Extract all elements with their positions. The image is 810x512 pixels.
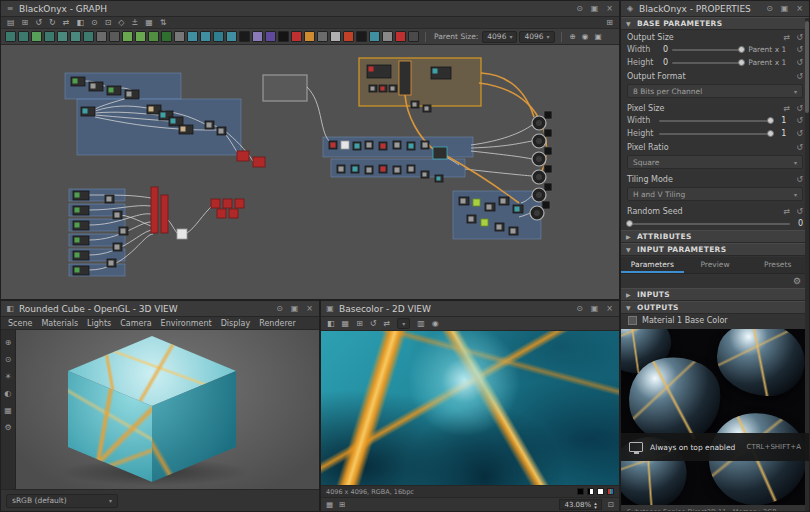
light-icon[interactable]: ☀ xyxy=(4,372,11,381)
graph-node[interactable] xyxy=(151,187,158,233)
parent-size-width-dropdown[interactable]: 4096▾ xyxy=(482,31,517,43)
section-inputs[interactable]: ▶ INPUTS xyxy=(621,288,809,301)
node-type-icon[interactable] xyxy=(70,31,81,42)
info-icon[interactable]: ◉ xyxy=(432,319,439,328)
node-type-icon[interactable] xyxy=(278,31,289,42)
node-type-icon[interactable] xyxy=(343,31,354,42)
compare-icon[interactable]: ⇄ xyxy=(384,319,391,328)
graph-node[interactable] xyxy=(161,195,168,233)
graph-node[interactable] xyxy=(223,199,232,208)
section-attributes[interactable]: ▶ ATTRIBUTES xyxy=(621,230,809,243)
close-icon[interactable]: × xyxy=(604,4,615,13)
reset-icon[interactable]: ↺ xyxy=(796,129,803,138)
grid-icon[interactable]: ⊞ xyxy=(356,319,363,328)
close-icon[interactable]: × xyxy=(794,4,805,13)
viewport-3d[interactable] xyxy=(16,330,319,489)
node-type-icon[interactable] xyxy=(304,31,315,42)
output-node-badge[interactable] xyxy=(542,201,550,209)
float-icon[interactable]: ▣ xyxy=(289,304,300,313)
node-type-icon[interactable] xyxy=(395,31,406,42)
menu-materials[interactable]: Materials xyxy=(41,319,78,328)
link-icon[interactable]: ⇄ xyxy=(784,104,791,113)
tiling-icon[interactable]: ▦ xyxy=(342,319,350,328)
menu-display[interactable]: Display xyxy=(221,319,251,328)
graph-node[interactable] xyxy=(473,199,480,206)
new-node-icon[interactable]: ⊞ xyxy=(22,18,29,27)
graph-node[interactable] xyxy=(237,151,249,161)
frame-node[interactable] xyxy=(263,75,307,101)
menu-renderer[interactable]: Renderer xyxy=(259,319,296,328)
reset-icon[interactable]: ↺ xyxy=(796,45,803,54)
camera-icon[interactable]: ⊕ xyxy=(5,338,12,347)
slider-knob[interactable] xyxy=(626,220,633,227)
shape-icon[interactable]: ◇ xyxy=(118,18,124,27)
math-icon[interactable]: ± xyxy=(132,18,139,27)
reset-view-icon[interactable]: ↺ xyxy=(370,319,377,328)
zoom-spinner-icon[interactable]: ▴▾ xyxy=(594,501,597,509)
grid-icon[interactable]: ▦ xyxy=(145,18,153,27)
node-type-icon[interactable] xyxy=(408,31,419,42)
output-node-badge[interactable] xyxy=(544,183,552,191)
slider-knob[interactable] xyxy=(738,46,745,53)
link-mode-icon[interactable]: ⊕ xyxy=(570,32,576,41)
fit-view-icon[interactable]: ⊡ xyxy=(608,500,614,509)
shading-icon[interactable]: ◐ xyxy=(5,389,12,398)
node-type-icon[interactable] xyxy=(31,31,42,42)
node-type-icon[interactable] xyxy=(96,31,107,42)
graph-node[interactable] xyxy=(235,199,244,208)
wireframe-icon[interactable]: ▦ xyxy=(4,406,12,415)
graph-node[interactable] xyxy=(211,199,220,208)
random-seed-value[interactable]: 0 xyxy=(794,219,803,228)
node-type-icon[interactable] xyxy=(174,31,185,42)
pixel-ratio-dropdown[interactable]: Square▾ xyxy=(627,155,803,169)
menu-lights[interactable]: Lights xyxy=(87,319,111,328)
save-icon[interactable]: ◧ xyxy=(327,319,335,328)
float-icon[interactable]: ▣ xyxy=(779,4,790,13)
pixel-width-value[interactable]: 1 xyxy=(777,116,786,125)
docs-icon[interactable]: ▤ xyxy=(7,18,15,27)
node-type-icon[interactable] xyxy=(5,31,16,42)
node-type-icon[interactable] xyxy=(369,31,380,42)
redo-icon[interactable]: ↻ xyxy=(49,18,56,27)
node-type-icon[interactable] xyxy=(83,31,94,42)
output-width-slider[interactable] xyxy=(672,49,744,51)
reset-icon[interactable]: ↺ xyxy=(796,143,803,152)
float-icon[interactable]: ▣ xyxy=(589,4,600,13)
split-icon[interactable]: ◧ xyxy=(76,18,84,27)
node-type-icon[interactable] xyxy=(291,31,302,42)
node-type-icon[interactable] xyxy=(200,31,211,42)
channel-swatch-white[interactable] xyxy=(597,488,604,495)
gear-icon[interactable]: ⚙ xyxy=(793,276,801,286)
graph-node[interactable] xyxy=(217,209,226,218)
output-height-value[interactable]: 0 xyxy=(659,58,668,67)
node-type-icon[interactable] xyxy=(161,31,172,42)
menu-environment[interactable]: Environment xyxy=(161,319,212,328)
node-type-icon[interactable] xyxy=(148,31,159,42)
node-type-icon[interactable] xyxy=(187,31,198,42)
float-icon[interactable]: ▣ xyxy=(589,304,600,313)
section-outputs[interactable]: ▼ OUTPUTS xyxy=(621,301,809,314)
node-type-icon[interactable] xyxy=(239,31,250,42)
histogram-icon[interactable]: ▥ xyxy=(417,319,425,328)
rounded-cube-mesh[interactable] xyxy=(68,336,236,482)
settings-gear-icon[interactable]: ⚙ xyxy=(4,423,11,432)
colorspace-dropdown[interactable]: sRGB (default)▾ xyxy=(6,494,118,508)
node-type-icon[interactable] xyxy=(330,31,341,42)
link-icon[interactable]: ⇄ xyxy=(784,33,791,42)
output-node-badge[interactable] xyxy=(544,129,552,137)
node-type-icon[interactable] xyxy=(226,31,237,42)
node-type-icon[interactable] xyxy=(18,31,29,42)
graph-node[interactable] xyxy=(433,147,447,159)
tab-parameters[interactable]: Parameters xyxy=(621,257,684,273)
display-mode-icon[interactable]: ▣ xyxy=(594,32,601,41)
graph-node[interactable] xyxy=(177,229,187,239)
shuffle-icon[interactable]: ⇄ xyxy=(784,207,791,216)
reset-icon[interactable]: ↺ xyxy=(796,116,803,125)
reset-icon[interactable]: ↺ xyxy=(796,104,803,113)
node-type-icon[interactable] xyxy=(317,31,328,42)
graph-node[interactable] xyxy=(481,219,488,226)
slider-knob[interactable] xyxy=(767,130,774,137)
frame-icon[interactable]: ⊡ xyxy=(105,18,112,27)
channel-swatch-alpha[interactable] xyxy=(587,488,594,495)
slider-knob[interactable] xyxy=(767,117,774,124)
